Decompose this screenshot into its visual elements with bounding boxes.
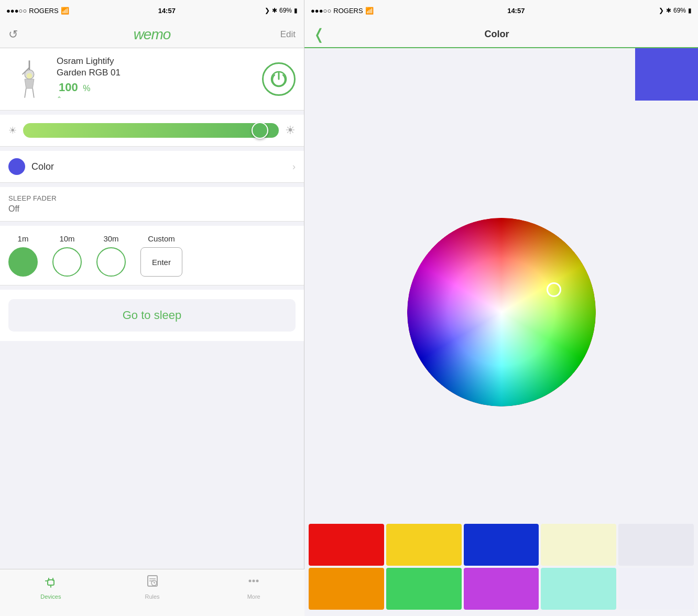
rules-icon — [145, 574, 160, 591]
device-brightness: 100 % — [57, 81, 256, 94]
color-label-row: Color — [8, 158, 54, 175]
status-bar-left: ●●●○○ ROGERS 📶 14:57 ❯ ✱ 69% ▮ — [0, 0, 304, 21]
brightness-slider-section: ☀ ☀ — [0, 115, 304, 147]
device-name: Osram LightifyGarden RGB 01 — [57, 56, 256, 79]
swatches-row-1 — [309, 524, 694, 566]
sleep-fader-status: Off — [8, 204, 296, 214]
timer-section: 1m 10m 30m Custom Enter — [0, 226, 304, 285]
power-icon — [269, 70, 288, 89]
signal-dots-left: ●●●○○ — [6, 7, 27, 15]
timer-enter-button[interactable]: Enter — [140, 247, 182, 277]
swatches-row-2 — [309, 568, 694, 610]
timer-1m[interactable]: 1m — [8, 234, 38, 277]
right-nav-bar: ❬ Color — [304, 21, 698, 48]
swatches-section — [304, 524, 698, 616]
svg-point-21 — [253, 580, 255, 582]
slider-thumb[interactable] — [252, 122, 268, 139]
svg-marker-3 — [25, 79, 34, 89]
more-icon — [246, 574, 261, 591]
location-icon-right: ❯ — [659, 7, 664, 14]
sleep-fader-title: SLEEP FADER — [8, 194, 296, 202]
color-preview-container — [304, 48, 698, 101]
color-chevron-right: › — [292, 161, 296, 172]
timer-10m-label: 10m — [59, 234, 74, 243]
wifi-icon-right: 📶 — [365, 7, 374, 15]
battery-pct-right: 69% — [673, 7, 686, 14]
svg-line-5 — [32, 89, 34, 98]
time-right: 14:57 — [507, 7, 525, 15]
brightness-slider[interactable] — [23, 123, 279, 138]
svg-point-6 — [27, 73, 32, 79]
timer-30m-circle[interactable] — [96, 247, 126, 277]
battery-pct-left: 69% — [279, 7, 292, 14]
devices-icon — [43, 574, 58, 591]
go-to-sleep-button[interactable]: Go to sleep — [8, 299, 296, 332]
color-indicator — [8, 158, 25, 175]
swatch-lightyellow[interactable] — [541, 524, 616, 566]
power-button[interactable] — [262, 62, 296, 96]
swatch-orange[interactable] — [309, 568, 384, 610]
timer-30m[interactable]: 30m — [96, 234, 126, 277]
swatch-purple[interactable] — [464, 568, 539, 610]
nav-bar-left: ↺ wemo Edit — [0, 21, 304, 48]
back-button[interactable]: ❬ — [313, 26, 325, 43]
color-preview-box[interactable] — [635, 48, 698, 101]
carrier-name-left: ROGERS — [29, 7, 58, 15]
swatch-lightgray[interactable] — [618, 524, 694, 566]
color-row[interactable]: Color › — [0, 151, 304, 183]
tab-rules-label: Rules — [145, 593, 159, 600]
timer-1m-label: 1m — [18, 234, 29, 243]
sleep-fader-section: SLEEP FADER Off — [0, 187, 304, 222]
timer-custom-label: Custom — [148, 234, 175, 243]
refresh-icon[interactable]: ↺ — [8, 28, 18, 41]
carrier-name-right: ROGERS — [333, 7, 363, 15]
color-label: Color — [31, 161, 54, 172]
brightness-chevron[interactable]: ⌃ — [57, 95, 256, 103]
swatch-green[interactable] — [386, 568, 462, 610]
time-left: 14:57 — [158, 7, 176, 15]
timer-1m-circle[interactable] — [8, 247, 38, 277]
wifi-icon-left: 📶 — [61, 7, 69, 15]
swatch-blue[interactable] — [464, 524, 539, 566]
status-bar-right: ●●●○○ ROGERS 📶 14:57 ❯ ✱ 69% ▮ — [304, 0, 698, 21]
carrier-signal-right: ●●●○○ ROGERS 📶 — [311, 7, 374, 15]
bluetooth-icon-left: ✱ — [272, 7, 277, 14]
sleep-btn-section: Go to sleep — [0, 290, 304, 341]
sun-dim-icon: ☀ — [8, 125, 17, 136]
svg-point-20 — [249, 580, 252, 582]
color-wheel[interactable] — [407, 218, 596, 406]
timer-10m[interactable]: 10m — [52, 234, 82, 277]
device-card: Osram LightifyGarden RGB 01 100 % ⌃ — [0, 48, 304, 111]
timer-buttons: 1m 10m 30m Custom Enter — [8, 234, 296, 277]
device-info: Osram LightifyGarden RGB 01 100 % ⌃ — [57, 56, 256, 103]
refresh-btn[interactable]: ↺ — [8, 28, 35, 41]
tab-more[interactable]: More — [203, 574, 304, 600]
tab-devices[interactable]: Devices — [0, 574, 102, 600]
timer-30m-label: 30m — [103, 234, 118, 243]
carrier-signal-left: ●●●○○ ROGERS 📶 — [6, 7, 69, 15]
device-image — [8, 58, 50, 100]
color-wheel-container[interactable] — [304, 101, 698, 524]
bluetooth-icon-right: ✱ — [666, 7, 671, 14]
swatch-white[interactable] — [618, 568, 694, 610]
swatch-cyan[interactable] — [541, 568, 616, 610]
location-icon-left: ❯ — [265, 7, 270, 14]
tab-more-label: More — [247, 593, 260, 600]
battery-icon-left: ▮ — [294, 7, 298, 14]
tab-bar-left: Devices Rules — [0, 569, 304, 616]
device-svg — [11, 58, 48, 100]
timer-10m-circle[interactable] — [52, 247, 82, 277]
right-panel: ●●●○○ ROGERS 📶 14:57 ❯ ✱ 69% ▮ ❬ Color — [304, 0, 698, 616]
swatch-red[interactable] — [309, 524, 384, 566]
tab-rules[interactable]: Rules — [102, 574, 203, 600]
dark-edge-layer — [407, 218, 596, 406]
color-page-title: Color — [333, 29, 660, 40]
sun-bright-icon: ☀ — [285, 124, 296, 137]
swatch-yellow[interactable] — [386, 524, 462, 566]
edit-button[interactable]: Edit — [269, 29, 296, 40]
tab-devices-label: Devices — [40, 593, 61, 600]
svg-line-4 — [25, 89, 26, 98]
battery-right-left: ❯ ✱ 69% ▮ — [265, 7, 298, 14]
timer-custom[interactable]: Custom Enter — [140, 234, 182, 277]
wemo-logo: wemo — [35, 26, 269, 43]
